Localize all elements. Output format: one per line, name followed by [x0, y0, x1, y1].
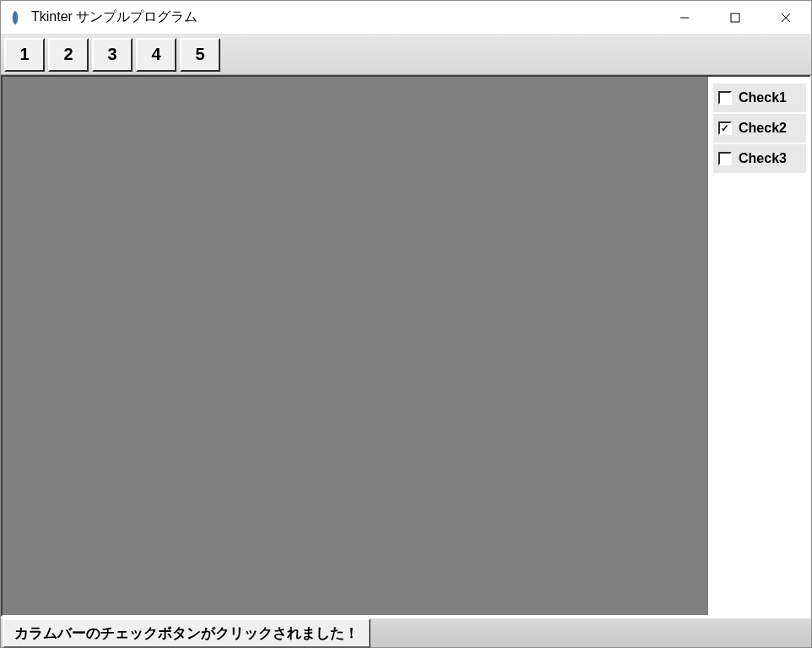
check-item-2[interactable]: ✓ Check2: [713, 114, 806, 143]
canvas: [3, 77, 708, 615]
check-label: Check3: [739, 151, 787, 166]
toolbar: 1 2 3 4 5: [1, 35, 811, 75]
toolbar-button-5[interactable]: 5: [180, 38, 220, 72]
side-panel: Check1 ✓ Check2 Check3: [708, 77, 809, 615]
maximize-button[interactable]: [710, 1, 761, 34]
checkbox-icon: [718, 91, 732, 105]
toolbar-button-3[interactable]: 3: [92, 38, 133, 72]
toolbar-button-4[interactable]: 4: [136, 38, 176, 72]
minimize-button[interactable]: [659, 1, 710, 34]
checkbox-icon: [718, 152, 732, 165]
app-icon: [8, 8, 23, 27]
toolbar-button-2[interactable]: 2: [48, 38, 89, 72]
statusbar: カラムバーのチェックボタンがクリックされました！: [1, 617, 811, 647]
check-label: Check2: [739, 121, 787, 136]
titlebar: Tkinter サンプルプログラム: [1, 1, 811, 35]
status-message: カラムバーのチェックボタンがクリックされました！: [3, 618, 371, 648]
svg-rect-1: [731, 14, 739, 22]
check-item-1[interactable]: Check1: [713, 84, 806, 112]
close-button[interactable]: [761, 1, 811, 34]
toolbar-button-1[interactable]: 1: [4, 38, 45, 72]
check-label: Check1: [739, 90, 787, 105]
main-area: Check1 ✓ Check2 Check3: [1, 75, 811, 617]
window-controls: [659, 1, 811, 34]
checkbox-icon: ✓: [718, 122, 732, 135]
window-title: Tkinter サンプルプログラム: [31, 8, 659, 26]
check-item-3[interactable]: Check3: [713, 144, 806, 173]
app-window: Tkinter サンプルプログラム 1 2 3 4 5 Check1: [0, 0, 812, 648]
